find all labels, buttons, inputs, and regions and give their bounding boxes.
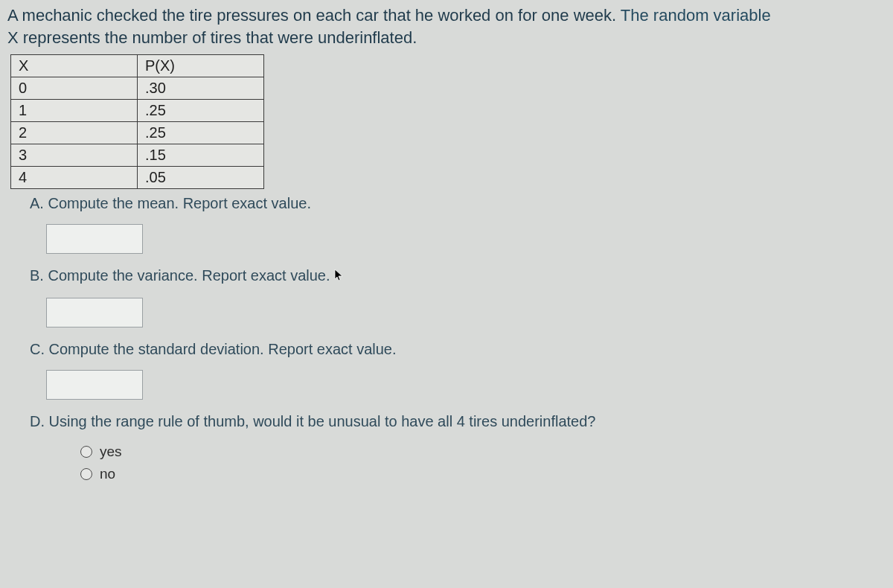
header-px: P(X) — [138, 55, 264, 77]
problem-line1-part2: The random variable — [621, 6, 771, 25]
stddev-input[interactable] — [46, 370, 143, 400]
problem-line2: X represents the number of tires that we… — [7, 28, 417, 47]
option-yes-label: yes — [100, 444, 122, 460]
cell-px: .15 — [138, 144, 264, 167]
question-d: D. Using the range rule of thumb, would … — [30, 413, 892, 482]
table-row: 4 .05 — [11, 167, 264, 189]
question-a: A. Compute the mean. Report exact value. — [30, 195, 892, 254]
question-b: B. Compute the variance. Report exact va… — [30, 267, 892, 327]
table-row: 3 .15 — [11, 144, 264, 167]
problem-line1-part1: A mechanic checked the tire pressures on… — [7, 6, 621, 25]
question-c-label: C. Compute the standard deviation. Repor… — [30, 341, 892, 358]
header-x: X — [11, 55, 138, 77]
table-row: 1 .25 — [11, 100, 264, 122]
variance-input[interactable] — [46, 298, 143, 327]
cell-px: .05 — [138, 167, 264, 189]
question-b-text: B. Compute the variance. Report exact va… — [30, 267, 330, 284]
table-header-row: X P(X) — [11, 55, 264, 77]
question-c: C. Compute the standard deviation. Repor… — [30, 341, 892, 400]
mean-input[interactable] — [46, 224, 143, 254]
option-no[interactable]: no — [80, 466, 892, 482]
cell-x: 4 — [11, 167, 138, 189]
question-b-label: B. Compute the variance. Report exact va… — [30, 267, 892, 285]
option-group: yes no — [80, 444, 892, 482]
cell-x: 1 — [11, 100, 138, 122]
cell-x: 2 — [11, 122, 138, 144]
option-yes[interactable]: yes — [80, 444, 892, 460]
cell-px: .25 — [138, 100, 264, 122]
cell-x: 3 — [11, 144, 138, 167]
cell-px: .30 — [138, 77, 264, 100]
problem-statement: A mechanic checked the tire pressures on… — [1, 4, 892, 53]
cursor-icon — [334, 269, 345, 286]
distribution-table: X P(X) 0 .30 1 .25 2 .25 3 .15 4 .05 — [10, 54, 264, 189]
radio-no[interactable] — [80, 468, 92, 480]
cell-x: 0 — [11, 77, 138, 100]
question-page: A mechanic checked the tire pressures on… — [0, 0, 893, 588]
table-row: 2 .25 — [11, 122, 264, 144]
radio-yes[interactable] — [80, 446, 92, 458]
cell-px: .25 — [138, 122, 264, 144]
question-d-label: D. Using the range rule of thumb, would … — [30, 413, 892, 430]
table-row: 0 .30 — [11, 77, 264, 100]
option-no-label: no — [100, 466, 115, 482]
question-a-label: A. Compute the mean. Report exact value. — [30, 195, 892, 212]
